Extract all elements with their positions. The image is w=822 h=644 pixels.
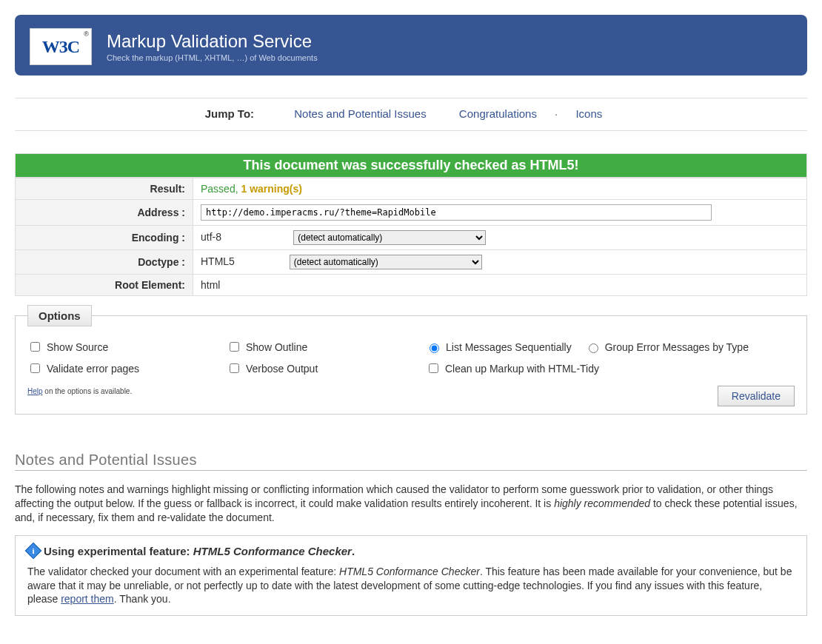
success-banner: This document was successfully checked a… [15,153,807,178]
list-seq-radio[interactable] [430,343,439,353]
show-outline-checkbox[interactable] [230,342,239,352]
encoding-select[interactable]: (detect automatically) [293,230,486,245]
result-cell: Passed, 1 warning(s) [193,178,807,200]
options-legend: Options [27,305,92,326]
list-seq-label[interactable]: List Messages Sequentially [426,340,572,354]
revalidate-button[interactable]: Revalidate [718,386,795,406]
validate-error-label[interactable]: Validate error pages [27,361,212,375]
doctype-label: Doctype : [16,250,193,275]
encoding-label: Encoding : [16,226,193,250]
tidy-checkbox[interactable] [429,363,438,373]
show-source-checkbox[interactable] [30,342,40,352]
validate-error-checkbox[interactable] [30,363,40,373]
link-congratulations[interactable]: Congratulations [459,107,537,120]
w3c-logo-text: W3C [42,37,79,57]
verbose-checkbox[interactable] [230,363,239,373]
notes-box-heading: Using experimental feature: HTML5 Confor… [27,545,795,557]
banner: W3C ® Markup Validation Service Check th… [15,15,807,76]
link-icons[interactable]: Icons [575,107,602,120]
info-icon [25,543,42,560]
page-title: Markup Validation Service [107,31,318,52]
root-label: Root Element: [16,275,193,296]
message-order-radios: List Messages Sequentially Group Error M… [426,340,795,354]
address-cell [193,200,807,226]
banner-text: Markup Validation Service Check the mark… [107,31,318,62]
encoding-value: utf-8 [201,231,221,243]
verbose-label[interactable]: Verbose Output [227,361,411,375]
page-subtitle: Check the markup (HTML, XHTML, …) of Web… [107,53,318,62]
tidy-label[interactable]: Clean up Markup with HTML-Tidy [426,361,795,375]
divider [15,98,807,98]
results-table: Result: Passed, 1 warning(s) Address : E… [15,178,807,296]
divider [15,130,807,131]
doctype-value: HTML5 [201,255,235,267]
show-source-label[interactable]: Show Source [27,340,212,354]
notes-box: Using experimental feature: HTML5 Confor… [15,535,807,617]
report-issues-link[interactable]: report them [61,593,114,605]
doctype-cell: HTML5 (detect automatically) [193,250,807,275]
encoding-cell: utf-8 (detect automatically) [193,226,807,250]
result-label: Result: [16,178,193,200]
address-input[interactable] [201,204,712,221]
result-passed: Passed, [201,183,241,195]
options-fieldset: Options Show Source Show Outline List Me… [15,305,807,415]
notes-heading: Notes and Potential Issues [15,452,807,471]
address-label: Address : [16,200,193,226]
group-type-label[interactable]: Group Error Messages by Type [585,340,749,354]
show-outline-label[interactable]: Show Outline [227,340,411,354]
notes-intro: The following notes and warnings highlig… [15,483,807,525]
result-warning: 1 warning(s) [241,183,301,195]
registered-icon: ® [84,30,89,38]
doctype-select[interactable]: (detect automatically) [290,255,482,269]
dot-divider: · [555,107,558,120]
notes-box-body: The validator checked your document with… [27,565,795,607]
w3c-logo[interactable]: W3C ® [30,28,92,65]
options-help: Help on the options is available. [27,387,132,395]
root-value: html [193,275,807,296]
link-notes-issues[interactable]: Notes and Potential Issues [294,107,426,120]
options-help-link[interactable]: Help [27,387,43,395]
jump-label: Jump To: [205,107,254,120]
jump-bar: Jump To: Notes and Potential Issues Cong… [15,103,807,126]
group-type-radio[interactable] [589,343,598,353]
